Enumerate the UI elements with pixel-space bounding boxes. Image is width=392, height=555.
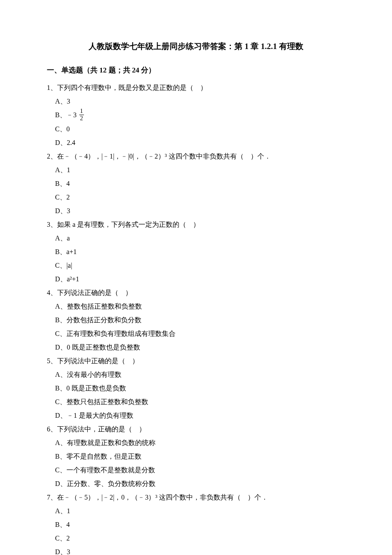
question-option: A、整数包括正整数和负整数 — [47, 300, 345, 313]
question-option: D、0 既是正整数也是负整数 — [47, 341, 345, 354]
option-text: A、没有最小的有理数 — [55, 371, 121, 378]
question-option: C、2 — [47, 532, 345, 545]
option-text: C、2 — [55, 535, 70, 542]
question-option: C、0 — [47, 122, 345, 136]
option-text: B、4 — [55, 180, 70, 187]
question-option: B、4 — [47, 177, 345, 191]
question-option: B、﹣3 12 — [47, 108, 345, 122]
option-text: C、正有理数和负有理数组成有理数集合 — [55, 330, 176, 337]
question-option: C、一个有理数不是整数就是分数 — [47, 463, 345, 477]
question-option: C、|a| — [47, 259, 345, 272]
question-option: A、1 — [47, 504, 345, 518]
question-option: D、a²+1 — [47, 272, 345, 286]
option-text: C、0 — [55, 125, 70, 133]
question-stem: 3、如果 a 是有理数，下列各式一定为正数的（ ） — [47, 218, 345, 231]
question-option: C、2 — [47, 191, 345, 204]
option-text: C、整数只包括正整数和负整数 — [55, 398, 148, 405]
option-text: D、3 — [55, 548, 70, 555]
option-text: C、|a| — [55, 262, 72, 269]
question-stem: 1、下列四个有理数中，既是分数又是正数的是（ ） — [47, 81, 345, 95]
option-text: D、3 — [55, 207, 70, 214]
option-text: B、零不是自然数，但是正数 — [55, 453, 141, 460]
question-option: B、4 — [47, 518, 345, 532]
option-text: C、一个有理数不是整数就是分数 — [55, 466, 155, 474]
option-text: D、a²+1 — [55, 275, 79, 283]
section-header: 一、单选题（共 12 题；共 24 分） — [47, 63, 345, 78]
option-text: A、a — [55, 234, 70, 242]
fraction-denominator: 2 — [79, 115, 84, 121]
question-stem: 2、在﹣（﹣4），|﹣1|，﹣|0|，（﹣2）³ 这四个数中非负数共有（ ）个． — [47, 150, 345, 163]
option-text: B、a+1 — [55, 248, 77, 255]
question-option: D、3 — [47, 545, 345, 555]
option-text: B、0 既是正数也是负数 — [55, 384, 126, 392]
option-text: B、4 — [55, 521, 70, 528]
option-text: A、3 — [55, 98, 70, 105]
question-option: A、a — [47, 231, 345, 245]
question-option: B、分数包括正分数和负分数 — [47, 313, 345, 327]
option-text: B、﹣3 — [55, 111, 78, 119]
question-option: C、整数只包括正整数和负整数 — [47, 395, 345, 409]
option-text: D、2.4 — [55, 139, 75, 146]
questions-container: 1、下列四个有理数中，既是分数又是正数的是（ ）A、3B、﹣3 12C、0D、2… — [47, 81, 345, 555]
question-option: B、零不是自然数，但是正数 — [47, 450, 345, 463]
option-text: C、2 — [55, 194, 70, 201]
option-text: A、有理数就是正数和负数的统称 — [55, 439, 156, 446]
question-option: A、3 — [47, 95, 345, 108]
question-stem: 4、下列说法正确的是（ ） — [47, 286, 345, 300]
option-text: A、1 — [55, 166, 70, 173]
question-option: D、正分数、零、负分数统称分数 — [47, 477, 345, 491]
question-option: C、正有理数和负有理数组成有理数集合 — [47, 327, 345, 341]
question-stem: 6、下列说法中，正确的是（ ） — [47, 422, 345, 436]
question-option: A、1 — [47, 163, 345, 177]
question-option: A、没有最小的有理数 — [47, 368, 345, 382]
option-text: B、分数包括正分数和负分数 — [55, 316, 141, 324]
document-title: 人教版数学七年级上册同步练习带答案：第 1 章 1.2.1 有理数 — [47, 38, 345, 55]
question-option: B、0 既是正数也是负数 — [47, 382, 345, 395]
question-stem: 5、下列说法中正确的是（ ） — [47, 354, 345, 368]
option-text: D、正分数、零、负分数统称分数 — [55, 480, 156, 487]
question-option: D、2.4 — [47, 136, 345, 150]
question-option: A、有理数就是正数和负数的统称 — [47, 436, 345, 450]
option-text: D、0 既是正整数也是负整数 — [55, 344, 140, 351]
question-option: B、a+1 — [47, 245, 345, 259]
fraction-numerator: 1 — [79, 108, 84, 115]
option-text: A、整数包括正整数和负整数 — [55, 303, 142, 310]
question-option: D、﹣1 是最大的负有理数 — [47, 409, 345, 422]
option-text: A、1 — [55, 507, 70, 515]
option-text: D、﹣1 是最大的负有理数 — [55, 412, 133, 419]
fraction: 12 — [79, 108, 84, 121]
question-option: D、3 — [47, 204, 345, 218]
question-stem: 7、在﹣（﹣5），|﹣2|，0，（﹣3）³ 这四个数中，非负数共有（ ）个． — [47, 491, 345, 504]
